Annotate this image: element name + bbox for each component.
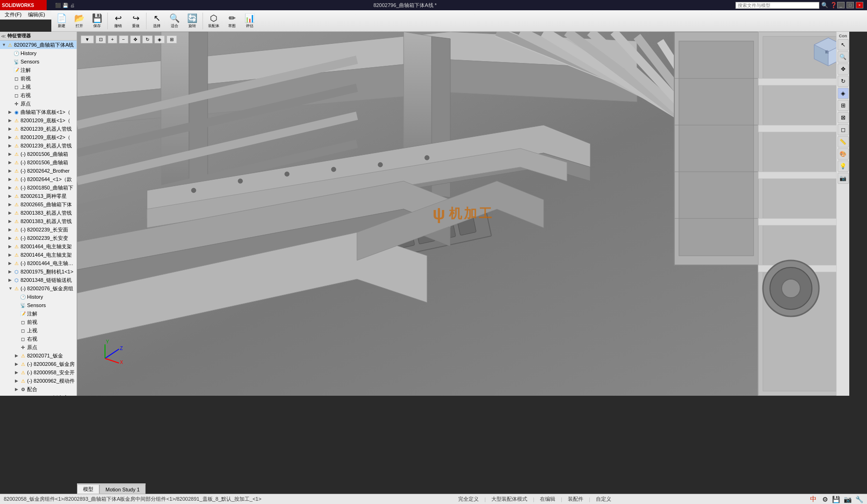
options-icon[interactable]: ⚙: [822, 496, 828, 503]
status-custom: 自定义: [596, 496, 611, 503]
rt-shaded-btn[interactable]: ◈: [838, 88, 849, 99]
help-icon[interactable]: ❓: [830, 2, 837, 8]
tree-item-82001464-2[interactable]: ▶ ⚠ 82001464_电主轴支架: [0, 251, 77, 259]
tree-item-history-2[interactable]: 🕐 History: [0, 293, 77, 301]
maximize-button[interactable]: □: [846, 2, 854, 8]
tree-item-mates-1[interactable]: ▶ ⚙ 配合: [0, 385, 77, 393]
rt-camera-btn[interactable]: 📷: [838, 173, 849, 184]
pan-view[interactable]: ✥: [130, 35, 140, 43]
settings-icon[interactable]: 🔧: [855, 496, 863, 503]
tree-item-right-view-2[interactable]: ◻ 右视: [0, 335, 77, 343]
rotate-view[interactable]: ↻: [142, 35, 153, 43]
rt-wireframe-btn[interactable]: ⊞: [838, 100, 849, 111]
tree-item-82001209-1[interactable]: ▶ ⚠ 82001209_底板<1>（: [0, 116, 77, 125]
tree-item-82000958-1[interactable]: ▶ ⚠ (-) 82000958_安全开: [0, 368, 77, 377]
search-input[interactable]: [735, 2, 819, 9]
menu-edit[interactable]: 编辑(E): [25, 10, 48, 19]
tree-item-82002066[interactable]: ▶ ⚠ (-) 82002066_钣金房: [0, 360, 77, 368]
redo-button[interactable]: ↪ 重做: [127, 12, 144, 30]
part-icon-2: ⬡: [13, 268, 20, 275]
tree-item-82002644[interactable]: ▶ ⚠ (-) 82002644_<1>（款: [0, 175, 77, 183]
tree-item-82002071[interactable]: ▶ ⚠ 82002071_钣金: [0, 351, 77, 360]
tree-item-82001850[interactable]: ▶ ⚠ (-) 82001850_曲轴箱下: [0, 183, 77, 192]
tree-item-82002058[interactable]: ▼ ⚠ (-) 82002058_钣金房: [0, 393, 77, 396]
rt-select-btn[interactable]: ↖: [838, 39, 849, 50]
tree-item-82001348[interactable]: ▶ ⬡ 82001348_链链输送机: [0, 276, 77, 284]
tree-item-sensors-2[interactable]: 📡 Sensors: [0, 301, 77, 309]
tree-item-82002642[interactable]: ▶ ⚠ (-) 82002642_Brother: [0, 167, 77, 175]
tree-item-82001239-2[interactable]: ▶ ⚠ 82001239_机器人管线: [0, 141, 77, 150]
tree-item-82002665[interactable]: ▶ ⚠ 82002665_曲轴箱下体: [0, 200, 77, 209]
tree-item-notes-1[interactable]: 📝 注解: [0, 66, 77, 74]
tree-item-origin-1[interactable]: ✛ 原点: [0, 99, 77, 108]
evaluate-button[interactable]: 📊 评估: [241, 12, 258, 30]
tree-item-82002613[interactable]: ▶ ⚠ 82002613_两种零星: [0, 192, 77, 200]
rt-measure-btn[interactable]: 📏: [838, 136, 849, 147]
rt-hide-btn[interactable]: ◻: [838, 124, 849, 135]
tree-item-82001209-2[interactable]: ▶ ⚠ 82001209_底板<2>（: [0, 133, 77, 141]
shaded-view[interactable]: ◈: [154, 35, 165, 43]
screenshot-icon[interactable]: 📷: [844, 496, 852, 503]
tree-item-history-1[interactable]: 🕐 History: [0, 49, 77, 57]
sketch-button[interactable]: ✏ 草图: [224, 12, 240, 30]
status-type: 装配件: [568, 496, 583, 503]
tree-item-82001506-2[interactable]: ▶ ⚠ (-) 82001506_曲轴箱: [0, 158, 77, 167]
tree-item-front-view-2[interactable]: ◻ 前视: [0, 318, 77, 326]
zoom-fit-view[interactable]: ⊡: [96, 35, 106, 43]
part-icon-1: ◉: [13, 109, 20, 115]
undo-button[interactable]: ↩ 撤销: [110, 12, 126, 30]
zoom-fit-button[interactable]: 🔍 适合: [166, 12, 183, 30]
tree-item-82000962[interactable]: ▶ ⚠ (-) 82000962_模动件: [0, 377, 77, 385]
close-button[interactable]: ×: [856, 2, 863, 8]
warn-icon-25: ⚠: [13, 394, 20, 396]
tree-item-right-view-1[interactable]: ◻ 右视: [0, 91, 77, 99]
tree-item-82002239-2[interactable]: ▶ ⚠ (-) 82002239_长安变: [0, 234, 77, 242]
rt-section-btn[interactable]: ⊠: [838, 112, 849, 123]
tree-root-assembly[interactable]: ▼ ⚠ 82002796_曲轴箱下体A线: [0, 41, 77, 49]
tree-item-top-view-2[interactable]: ◻ 上视: [0, 326, 77, 335]
tab-model[interactable]: 模型: [77, 484, 99, 494]
tree-item-82001464-3[interactable]: ▶ ⚠ (-) 82001464_电主轴支架: [0, 259, 77, 267]
tree-item-82002076[interactable]: ▼ ⚠ (-) 82002076_钣金房组: [0, 284, 77, 293]
tree-item-front-view-1[interactable]: ◻ 前视: [0, 74, 77, 83]
new-button[interactable]: 📄 新建: [53, 12, 70, 30]
rt-zoom-btn[interactable]: 🔍: [838, 51, 849, 63]
select-button[interactable]: ↖ 选择: [148, 12, 165, 30]
tree-item-origin-2[interactable]: ✛ 原点: [0, 343, 77, 351]
3d-viewport[interactable]: Z X Y ψ 机加工 ▼ ⊡ + − ✥ ↻ ◈ ⊞ 前: [77, 32, 849, 396]
expand-arrow-root[interactable]: ▼: [2, 42, 7, 47]
view-selector[interactable]: ▼: [81, 35, 94, 43]
rt-appearance-btn[interactable]: 🎨: [838, 148, 849, 160]
menu-file[interactable]: 文件(F): [2, 10, 24, 19]
tree-item-82001464-1[interactable]: ▶ ⚠ 82001464_电主轴支架: [0, 242, 77, 251]
rt-rotate-btn[interactable]: ↻: [838, 76, 849, 87]
tree-item-82001383-1[interactable]: ▶ ⚠ 82001383_机器人管线: [0, 209, 77, 217]
assembly-button[interactable]: ⬡ 装配体: [205, 12, 223, 30]
tree-item-top-view-1[interactable]: ◻ 上视: [0, 83, 77, 91]
svg-rect-63: [758, 172, 849, 179]
rotate-button[interactable]: 🔄 旋转: [184, 12, 201, 30]
save-icon-status[interactable]: 💾: [832, 496, 840, 503]
minimize-button[interactable]: _: [837, 2, 845, 8]
origin-icon-2: ✛: [20, 344, 26, 350]
search-icon[interactable]: 🔍: [821, 2, 828, 8]
tree-item-82001383-2[interactable]: ▶ ⚠ 82001383_机器人管线: [0, 217, 77, 225]
tree-item-82001975[interactable]: ▶ ⬡ 82001975_翻转机1<1>: [0, 267, 77, 276]
tab-motion-study[interactable]: Motion Study 1: [99, 484, 146, 494]
save-button[interactable]: 💾 保存: [89, 12, 105, 30]
tree-item-82001239-1[interactable]: ▶ ⚠ 82001239_机器人管线: [0, 125, 77, 133]
tree-item-82002239-1[interactable]: ▶ ⚠ (-) 82002239_长安面: [0, 225, 77, 234]
open-button[interactable]: 📂 打开: [71, 12, 88, 30]
tree-item-notes-2[interactable]: 📝 注解: [0, 309, 77, 318]
rt-light-btn[interactable]: 💡: [838, 161, 849, 172]
warn-icon-4: ⚠: [13, 134, 20, 140]
zoom-out-view[interactable]: −: [119, 35, 128, 43]
svg-point-74: [425, 155, 429, 160]
section-view[interactable]: ⊞: [167, 35, 177, 43]
tree-item-82001506-1[interactable]: ▶ ⚠ (-) 82001506_曲轴箱: [0, 150, 77, 158]
zoom-in-view[interactable]: +: [108, 35, 117, 43]
title-bar: SOLIDWORKS ⬛ 💾 🖨 82002796_曲轴箱下体A线 * 🔍 ❓ …: [0, 0, 867, 10]
tree-item-sensors-1[interactable]: 📡 Sensors: [0, 57, 77, 66]
tree-item-crankcase-bottom[interactable]: ▶ ◉ 曲轴箱下体底板<1>（: [0, 108, 77, 116]
rt-pan-btn[interactable]: ✥: [838, 63, 849, 75]
